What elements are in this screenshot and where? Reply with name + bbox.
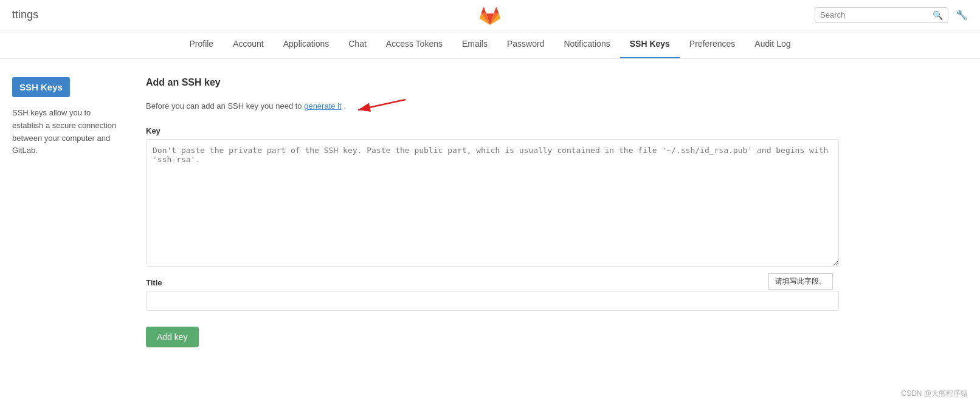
red-arrow-annotation: [352, 97, 407, 117]
add-key-button[interactable]: Add key: [146, 327, 199, 347]
tab-profile[interactable]: Profile: [179, 30, 223, 58]
header-right: 🔍 🔧: [815, 7, 968, 23]
tab-emails[interactable]: Emails: [452, 30, 497, 58]
generate-link[interactable]: generate it: [304, 101, 341, 111]
info-line: Before you can add an SSH key you need t…: [146, 97, 839, 117]
main-content: SSH Keys SSH keys allow you to establish…: [0, 59, 851, 366]
site-logo: [479, 4, 501, 26]
sidebar-title: SSH Keys: [12, 77, 70, 97]
tab-account[interactable]: Account: [223, 30, 274, 58]
sidebar-description: SSH keys allow you to establish a secure…: [12, 107, 122, 157]
title-field-group: Title: [146, 278, 839, 311]
search-input[interactable]: [820, 10, 933, 19]
info-text-after: .: [344, 101, 347, 111]
form-title: Add an SSH key: [146, 77, 839, 88]
nav-tabs: Profile Account Applications Chat Access…: [0, 30, 980, 59]
tab-audit-log[interactable]: Audit Log: [745, 30, 800, 58]
form-area: Add an SSH key Before you can add an SSH…: [134, 77, 839, 347]
tab-notifications[interactable]: Notifications: [554, 30, 619, 58]
tooltip-box: 请填写此字段。: [768, 273, 833, 290]
tab-chat[interactable]: Chat: [339, 30, 376, 58]
tab-access-tokens[interactable]: Access Tokens: [376, 30, 452, 58]
tab-password[interactable]: Password: [497, 30, 554, 58]
tab-preferences[interactable]: Preferences: [680, 30, 745, 58]
svg-line-1: [358, 100, 405, 110]
wrench-icon[interactable]: 🔧: [956, 9, 968, 21]
key-field-group: Key 请填写此字段。: [146, 126, 839, 268]
page-title: ttings: [12, 9, 38, 21]
info-text-before: Before you can add an SSH key you need t…: [146, 101, 304, 111]
search-icon[interactable]: 🔍: [933, 10, 943, 20]
tab-ssh-keys[interactable]: SSH Keys: [620, 30, 680, 58]
sidebar: SSH Keys SSH keys allow you to establish…: [12, 77, 134, 347]
key-label: Key: [146, 126, 839, 135]
title-input[interactable]: [146, 291, 839, 311]
header: ttings 🔍 🔧: [0, 0, 980, 30]
key-textarea[interactable]: [146, 139, 839, 267]
gitlab-fox-icon: [479, 4, 501, 26]
tab-applications[interactable]: Applications: [274, 30, 339, 58]
search-box[interactable]: 🔍: [815, 7, 948, 23]
title-label: Title: [146, 278, 839, 287]
